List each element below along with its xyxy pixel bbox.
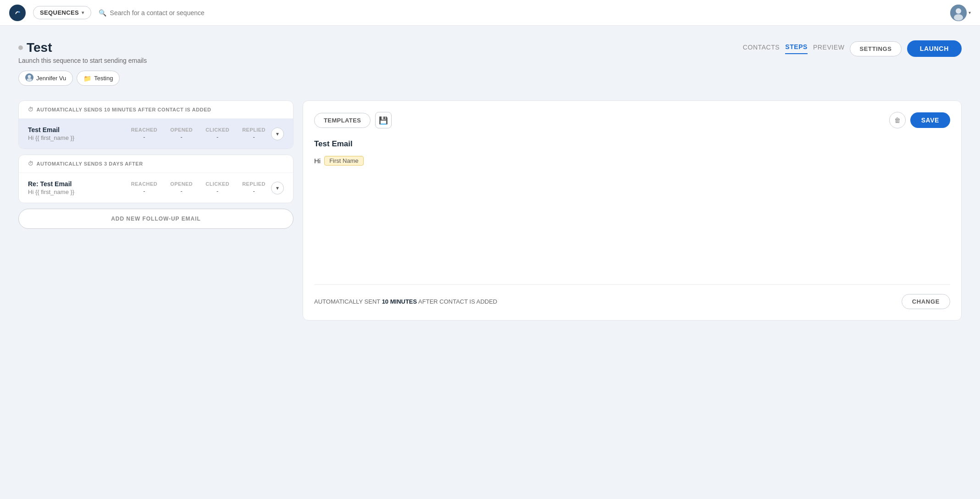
clock-icon-2: ⏱ xyxy=(28,161,34,167)
step1-email-info: Test Email Hi {{ first_name }} xyxy=(28,126,131,141)
floppy-disk-icon: 💾 xyxy=(379,116,388,125)
step2-email-stats: REACHED - OPENED - CLICKED - REPLIED xyxy=(131,181,271,194)
tag-testing[interactable]: 📁 Testing xyxy=(77,71,120,86)
step2-email-name: Re: Test Email xyxy=(28,180,131,188)
title-section: Test Launch this sequence to start sendi… xyxy=(18,40,147,86)
sequences-dropdown-button[interactable]: SEQUENCES ▾ xyxy=(33,6,91,19)
step1-email-preview: Hi {{ first_name }} xyxy=(28,134,131,141)
user-menu[interactable]: ▾ xyxy=(950,5,971,21)
step2-stat-reached-label: REACHED xyxy=(131,181,157,187)
tag-jennifer-vu[interactable]: Jennifer Vu xyxy=(18,71,73,86)
body-layout: ⏱ AUTOMATICALLY SENDS 10 MINUTES AFTER C… xyxy=(18,100,962,321)
templates-button[interactable]: TEMPLATES xyxy=(314,113,371,128)
svg-point-3 xyxy=(956,8,961,14)
tag-testing-label: Testing xyxy=(94,75,113,82)
svg-point-1 xyxy=(18,11,20,13)
step2-stat-clicked: CLICKED - xyxy=(205,181,229,194)
search-icon: 🔍 xyxy=(99,9,106,17)
status-dot xyxy=(18,45,23,50)
step2-timing: ⏱ AUTOMATICALLY SENDS 3 DAYS AFTER xyxy=(19,155,293,173)
step1-stat-clicked-label: CLICKED xyxy=(205,127,229,133)
step2-stat-opened-label: OPENED xyxy=(170,181,193,187)
right-panel: TEMPLATES 💾 🗑 SAVE Test Email Hi First N… xyxy=(303,100,962,321)
sequences-label: SEQUENCES xyxy=(40,9,79,16)
step2-email-info: Re: Test Email Hi {{ first_name }} xyxy=(28,180,131,195)
tab-steps[interactable]: STEPS xyxy=(785,43,808,54)
sequence-subtitle: Launch this sequence to start sending em… xyxy=(18,57,147,64)
main-content: Test Launch this sequence to start sendi… xyxy=(0,26,980,321)
tabs-right: CONTACTS STEPS PREVIEW SETTINGS LAUNCH xyxy=(743,40,962,57)
sequences-chevron-icon: ▾ xyxy=(82,10,84,15)
folder-icon: 📁 xyxy=(83,75,91,82)
step2-stat-clicked-value: - xyxy=(205,188,229,194)
step2-expand-button[interactable]: ▾ xyxy=(271,182,284,194)
firstname-tag: First Name xyxy=(324,156,364,166)
step2-stat-opened: OPENED - xyxy=(170,181,193,194)
delete-button[interactable]: 🗑 xyxy=(889,112,906,128)
save-button[interactable]: SAVE xyxy=(910,112,950,128)
step1-stat-clicked: CLICKED - xyxy=(205,127,229,140)
step2-timing-label: AUTOMATICALLY SENDS 3 DAYS AFTER xyxy=(37,161,143,166)
tab-contacts[interactable]: CONTACTS xyxy=(743,44,780,54)
step-block-2: ⏱ AUTOMATICALLY SENDS 3 DAYS AFTER Re: T… xyxy=(18,155,293,203)
search-input[interactable] xyxy=(110,9,248,17)
top-nav: SEQUENCES ▾ 🔍 ▾ xyxy=(0,0,980,26)
step1-email-row[interactable]: Test Email Hi {{ first_name }} REACHED -… xyxy=(19,119,293,149)
sequence-tags: Jennifer Vu 📁 Testing xyxy=(18,71,147,86)
right-footer: AUTOMATICALLY SENT 10 MINUTES AFTER CONT… xyxy=(314,284,950,309)
change-button[interactable]: CHANGE xyxy=(902,294,950,309)
step1-stat-replied: REPLIED - xyxy=(242,127,266,140)
step1-stat-clicked-value: - xyxy=(205,133,229,140)
tag-jennifer-label: Jennifer Vu xyxy=(36,75,66,82)
step1-stat-reached: REACHED - xyxy=(131,127,157,140)
email-body-preview: Hi First Name xyxy=(314,156,950,166)
step2-email-preview: Hi {{ first_name }} xyxy=(28,189,131,195)
step2-stat-reached: REACHED - xyxy=(131,181,157,194)
step1-stat-reached-label: REACHED xyxy=(131,127,157,133)
step1-timing-label: AUTOMATICALLY SENDS 10 MINUTES AFTER CON… xyxy=(37,107,211,112)
page-header: Test Launch this sequence to start sendi… xyxy=(18,40,962,86)
svg-point-0 xyxy=(13,8,22,17)
user-icon xyxy=(25,73,33,83)
add-followup-button[interactable]: ADD NEW FOLLOW-UP EMAIL xyxy=(18,209,293,229)
right-toolbar: TEMPLATES 💾 🗑 SAVE xyxy=(314,112,950,128)
email-body-prefix: Hi xyxy=(314,157,321,165)
step1-email-name: Test Email xyxy=(28,126,131,133)
step1-stat-reached-value: - xyxy=(131,133,157,140)
step1-stat-opened-label: OPENED xyxy=(170,127,193,133)
clock-icon-1: ⏱ xyxy=(28,106,34,113)
step2-stat-replied-value: - xyxy=(242,188,266,194)
sequence-name: Test xyxy=(27,40,52,55)
sequence-status: Test xyxy=(18,40,147,55)
launch-button[interactable]: LAUNCH xyxy=(907,40,962,57)
search-bar: 🔍 xyxy=(99,9,943,17)
step1-stat-replied-label: REPLIED xyxy=(242,127,266,133)
step1-timing: ⏱ AUTOMATICALLY SENDS 10 MINUTES AFTER C… xyxy=(19,101,293,119)
step1-expand-button[interactable]: ▾ xyxy=(271,128,284,140)
step2-stat-replied-label: REPLIED xyxy=(242,181,266,187)
auto-sent-after: AFTER CONTACT IS ADDED xyxy=(417,298,497,305)
tab-preview[interactable]: PREVIEW xyxy=(813,44,845,54)
step1-stat-opened-value: - xyxy=(170,133,193,140)
svg-point-4 xyxy=(954,14,963,21)
step2-stat-clicked-label: CLICKED xyxy=(205,181,229,187)
step2-email-row[interactable]: Re: Test Email Hi {{ first_name }} REACH… xyxy=(19,173,293,203)
step1-stat-replied-value: - xyxy=(242,133,266,140)
auto-sent-bold: 10 MINUTES xyxy=(382,298,417,305)
user-chevron-icon: ▾ xyxy=(969,10,971,15)
auto-sent-text: AUTOMATICALLY SENT 10 MINUTES AFTER CONT… xyxy=(314,298,497,305)
settings-button[interactable]: SETTINGS xyxy=(850,41,901,56)
left-panel: ⏱ AUTOMATICALLY SENDS 10 MINUTES AFTER C… xyxy=(18,100,293,321)
step-block-1: ⏱ AUTOMATICALLY SENDS 10 MINUTES AFTER C… xyxy=(18,100,293,149)
trash-icon: 🗑 xyxy=(894,116,901,124)
step2-stat-reached-value: - xyxy=(131,188,157,194)
avatar xyxy=(950,5,967,21)
step2-stat-replied: REPLIED - xyxy=(242,181,266,194)
step1-email-stats: REACHED - OPENED - CLICKED - REPLIED xyxy=(131,127,271,140)
logo-icon[interactable] xyxy=(9,5,26,21)
step1-stat-opened: OPENED - xyxy=(170,127,193,140)
step2-stat-opened-value: - xyxy=(170,188,193,194)
auto-sent-before: AUTOMATICALLY SENT xyxy=(314,298,382,305)
save-icon-button[interactable]: 💾 xyxy=(375,112,392,128)
svg-point-6 xyxy=(28,75,31,78)
